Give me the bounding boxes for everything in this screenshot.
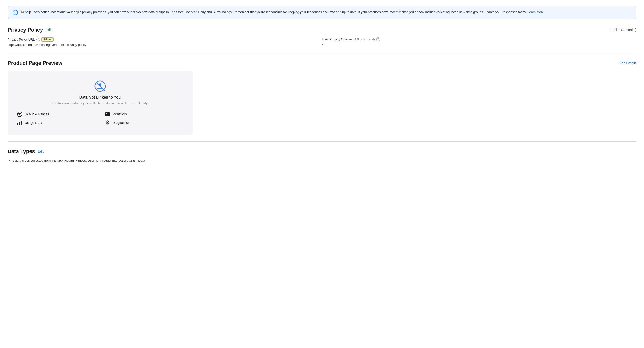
privacy-policy-url-field: Privacy Policy URL ? Edited https://docs…	[8, 37, 322, 47]
svg-rect-11	[21, 121, 22, 125]
preview-item-identifiers: Identifiers	[105, 112, 183, 117]
preview-title: Data Not Linked to You	[13, 95, 187, 99]
identifiers-label: Identifiers	[112, 112, 127, 116]
divider-1	[8, 53, 636, 53]
preview-item-usage-data: Usage Data	[17, 120, 95, 125]
preview-item-diagnostics: Diagnostics	[105, 120, 183, 125]
privacy-policy-url-label-row: Privacy Policy URL ? Edited	[8, 37, 322, 42]
user-choices-help-icon[interactable]: ?	[376, 37, 380, 41]
user-choices-url-field: User Privacy Choices URL (Optional) ? -	[322, 37, 636, 47]
preview-center: Data Not Linked to You The following dat…	[13, 80, 187, 105]
preview-item-health-fitness: Health & Fitness	[17, 112, 95, 117]
svg-rect-10	[19, 121, 20, 125]
info-banner: i To help users better understand your a…	[8, 6, 636, 19]
id-card-icon	[105, 112, 110, 116]
edited-badge: Edited	[42, 37, 54, 42]
privacy-policy-url-label: Privacy Policy URL	[8, 38, 35, 41]
privacy-policy-url-help-icon[interactable]: ?	[36, 38, 40, 41]
svg-rect-9	[17, 123, 18, 125]
data-types-section: Data Types Edit 5 data types collected f…	[8, 148, 636, 162]
divider-2	[8, 141, 636, 142]
bar-chart-icon	[17, 120, 22, 125]
svg-rect-5	[106, 113, 107, 114]
gear-icon	[105, 120, 110, 125]
preview-box: Data Not Linked to You The following dat…	[8, 71, 192, 135]
svg-point-2	[99, 83, 102, 86]
user-choices-url-value: -	[322, 43, 636, 46]
data-types-title: Data Types	[8, 148, 35, 154]
product-page-preview-header: Product Page Preview See Details	[8, 60, 636, 66]
user-choices-url-label: User Privacy Choices URL	[322, 38, 360, 41]
product-page-preview-header-left: Product Page Preview	[8, 60, 62, 66]
privacy-policy-fields: Privacy Policy URL ? Edited https://docs…	[8, 37, 636, 47]
data-types-list: 5 data types collected from this app: He…	[12, 159, 636, 162]
user-choices-optional: (Optional)	[361, 38, 375, 41]
health-fitness-label: Health & Fitness	[25, 112, 49, 116]
info-icon: i	[12, 10, 18, 15]
usage-data-label: Usage Data	[25, 121, 42, 125]
language-label: English (Australia)	[610, 28, 636, 32]
see-details-link[interactable]: See Details	[619, 61, 636, 65]
learn-more-link[interactable]: Learn More	[528, 10, 544, 14]
privacy-policy-header: Privacy Policy Edit English (Australia)	[8, 27, 636, 33]
data-types-header-left: Data Types Edit	[8, 148, 44, 154]
privacy-policy-title: Privacy Policy	[8, 27, 43, 33]
heart-icon	[17, 112, 22, 117]
product-page-preview-section: Product Page Preview See Details Data No…	[8, 60, 636, 135]
data-types-header: Data Types Edit	[8, 148, 636, 154]
preview-grid: Health & Fitness Identifiers	[13, 112, 187, 125]
privacy-policy-edit-link[interactable]: Edit	[46, 28, 52, 32]
user-choices-url-label-row: User Privacy Choices URL (Optional) ?	[322, 37, 636, 41]
diagnostics-label: Diagnostics	[112, 121, 130, 125]
privacy-policy-url-value: https://docs.sahha.ai/docs/legal/end-use…	[8, 43, 322, 47]
banner-text: To help users better understand your app…	[21, 10, 544, 15]
product-page-preview-title: Product Page Preview	[8, 60, 62, 66]
preview-subtitle: The following data may be collected but …	[13, 101, 187, 105]
data-types-bullet: 5 data types collected from this app: He…	[12, 159, 636, 162]
privacy-policy-header-left: Privacy Policy Edit	[8, 27, 52, 33]
no-link-icon	[94, 80, 106, 92]
data-types-edit-link[interactable]: Edit	[38, 149, 44, 153]
